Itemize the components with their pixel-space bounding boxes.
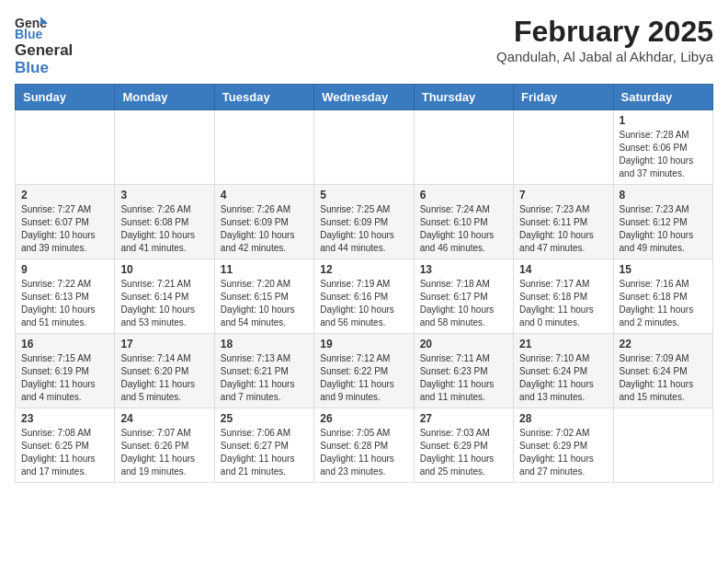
day-info: Sunrise: 7:02 AM Sunset: 6:29 PM Dayligh… — [519, 427, 607, 478]
calendar-week-1: 1Sunrise: 7:28 AM Sunset: 6:06 PM Daylig… — [16, 110, 713, 185]
day-info: Sunrise: 7:23 AM Sunset: 6:11 PM Dayligh… — [519, 203, 607, 255]
day-number: 12 — [320, 263, 407, 276]
calendar-week-3: 9Sunrise: 7:22 AM Sunset: 6:13 PM Daylig… — [16, 259, 713, 334]
day-info: Sunrise: 7:11 AM Sunset: 6:23 PM Dayligh… — [420, 352, 507, 404]
calendar-cell: 17Sunrise: 7:14 AM Sunset: 6:20 PM Dayli… — [115, 334, 214, 408]
calendar-cell: 22Sunrise: 7:09 AM Sunset: 6:24 PM Dayli… — [613, 334, 712, 408]
day-number: 26 — [320, 412, 407, 425]
svg-text:Blue: Blue — [15, 27, 43, 40]
day-number: 21 — [519, 338, 607, 350]
day-info: Sunrise: 7:24 AM Sunset: 6:10 PM Dayligh… — [420, 203, 507, 255]
calendar-week-4: 16Sunrise: 7:15 AM Sunset: 6:19 PM Dayli… — [16, 334, 713, 408]
day-info: Sunrise: 7:03 AM Sunset: 6:29 PM Dayligh… — [420, 427, 507, 478]
day-number: 14 — [519, 263, 607, 276]
day-number: 3 — [120, 189, 208, 201]
day-info: Sunrise: 7:19 AM Sunset: 6:16 PM Dayligh… — [320, 278, 407, 329]
day-number: 28 — [519, 412, 607, 425]
day-number: 24 — [120, 412, 208, 425]
day-header-tuesday: Tuesday — [214, 85, 313, 110]
logo-icon: General Blue — [15, 15, 48, 40]
day-number: 23 — [21, 412, 108, 425]
day-number: 5 — [320, 189, 407, 201]
logo: General Blue General Blue — [15, 15, 73, 76]
day-info: Sunrise: 7:23 AM Sunset: 6:12 PM Dayligh… — [620, 203, 707, 255]
day-number: 20 — [420, 338, 507, 350]
day-number: 2 — [21, 189, 108, 201]
calendar-cell: 2Sunrise: 7:27 AM Sunset: 6:07 PM Daylig… — [16, 185, 115, 259]
calendar-cell: 25Sunrise: 7:06 AM Sunset: 6:27 PM Dayli… — [214, 408, 313, 483]
day-number: 8 — [620, 189, 707, 201]
calendar-cell: 3Sunrise: 7:26 AM Sunset: 6:08 PM Daylig… — [115, 185, 214, 259]
day-number: 25 — [221, 412, 308, 425]
day-info: Sunrise: 7:09 AM Sunset: 6:24 PM Dayligh… — [620, 352, 707, 404]
calendar-cell: 10Sunrise: 7:21 AM Sunset: 6:14 PM Dayli… — [115, 259, 214, 334]
calendar-cell: 19Sunrise: 7:12 AM Sunset: 6:22 PM Dayli… — [314, 334, 414, 408]
day-info: Sunrise: 7:15 AM Sunset: 6:19 PM Dayligh… — [21, 352, 108, 404]
day-number: 15 — [620, 263, 707, 276]
day-info: Sunrise: 7:10 AM Sunset: 6:24 PM Dayligh… — [519, 352, 607, 404]
calendar-cell: 9Sunrise: 7:22 AM Sunset: 6:13 PM Daylig… — [16, 259, 115, 334]
calendar-cell: 13Sunrise: 7:18 AM Sunset: 6:17 PM Dayli… — [414, 259, 513, 334]
calendar-week-5: 23Sunrise: 7:08 AM Sunset: 6:25 PM Dayli… — [16, 408, 713, 483]
day-info: Sunrise: 7:21 AM Sunset: 6:14 PM Dayligh… — [120, 278, 208, 329]
day-info: Sunrise: 7:22 AM Sunset: 6:13 PM Dayligh… — [21, 278, 108, 329]
day-number: 11 — [221, 263, 308, 276]
day-number: 13 — [420, 263, 507, 276]
calendar-cell: 5Sunrise: 7:25 AM Sunset: 6:09 PM Daylig… — [314, 185, 414, 259]
calendar-cell: 24Sunrise: 7:07 AM Sunset: 6:26 PM Dayli… — [115, 408, 214, 483]
day-info: Sunrise: 7:05 AM Sunset: 6:28 PM Dayligh… — [320, 427, 407, 478]
calendar-cell: 15Sunrise: 7:16 AM Sunset: 6:18 PM Dayli… — [613, 259, 712, 334]
calendar-cell — [115, 110, 214, 185]
calendar-cell: 20Sunrise: 7:11 AM Sunset: 6:23 PM Dayli… — [414, 334, 513, 408]
day-number: 17 — [120, 338, 208, 350]
header-row: SundayMondayTuesdayWednesdayThursdayFrid… — [16, 85, 713, 110]
logo-general: General — [15, 42, 73, 60]
day-number: 1 — [620, 114, 707, 127]
calendar-cell: 26Sunrise: 7:05 AM Sunset: 6:28 PM Dayli… — [314, 408, 414, 483]
day-number: 16 — [21, 338, 108, 350]
calendar-cell: 12Sunrise: 7:19 AM Sunset: 6:16 PM Dayli… — [314, 259, 414, 334]
calendar-cell: 28Sunrise: 7:02 AM Sunset: 6:29 PM Dayli… — [514, 408, 613, 483]
day-info: Sunrise: 7:25 AM Sunset: 6:09 PM Dayligh… — [320, 203, 407, 255]
day-info: Sunrise: 7:13 AM Sunset: 6:21 PM Dayligh… — [221, 352, 308, 404]
calendar-cell — [16, 110, 115, 185]
day-info: Sunrise: 7:14 AM Sunset: 6:20 PM Dayligh… — [120, 352, 208, 404]
day-info: Sunrise: 7:20 AM Sunset: 6:15 PM Dayligh… — [221, 278, 308, 329]
calendar-title: February 2025 — [496, 15, 713, 49]
day-number: 4 — [221, 189, 308, 201]
day-info: Sunrise: 7:08 AM Sunset: 6:25 PM Dayligh… — [21, 427, 108, 478]
calendar-cell: 14Sunrise: 7:17 AM Sunset: 6:18 PM Dayli… — [514, 259, 613, 334]
day-header-sunday: Sunday — [16, 85, 115, 110]
calendar-cell: 1Sunrise: 7:28 AM Sunset: 6:06 PM Daylig… — [613, 110, 712, 185]
day-info: Sunrise: 7:07 AM Sunset: 6:26 PM Dayligh… — [120, 427, 208, 478]
day-info: Sunrise: 7:26 AM Sunset: 6:09 PM Dayligh… — [221, 203, 308, 255]
calendar-cell — [514, 110, 613, 185]
day-header-saturday: Saturday — [613, 85, 712, 110]
day-number: 22 — [620, 338, 707, 350]
calendar-cell — [214, 110, 313, 185]
day-info: Sunrise: 7:28 AM Sunset: 6:06 PM Dayligh… — [620, 129, 707, 180]
day-number: 19 — [320, 338, 407, 350]
logo-blue: Blue — [15, 60, 73, 77]
calendar-cell: 27Sunrise: 7:03 AM Sunset: 6:29 PM Dayli… — [414, 408, 513, 483]
day-number: 6 — [420, 189, 507, 201]
calendar-cell — [414, 110, 513, 185]
calendar-cell: 18Sunrise: 7:13 AM Sunset: 6:21 PM Dayli… — [214, 334, 313, 408]
header: General Blue General Blue February 2025 … — [15, 15, 713, 76]
calendar-cell — [314, 110, 414, 185]
day-info: Sunrise: 7:17 AM Sunset: 6:18 PM Dayligh… — [519, 278, 607, 329]
day-header-friday: Friday — [514, 85, 613, 110]
day-info: Sunrise: 7:26 AM Sunset: 6:08 PM Dayligh… — [120, 203, 208, 255]
calendar-subtitle: Qandulah, Al Jabal al Akhdar, Libya — [496, 49, 713, 64]
day-info: Sunrise: 7:06 AM Sunset: 6:27 PM Dayligh… — [221, 427, 308, 478]
calendar-cell — [613, 408, 712, 483]
day-header-thursday: Thursday — [414, 85, 513, 110]
calendar-cell: 8Sunrise: 7:23 AM Sunset: 6:12 PM Daylig… — [613, 185, 712, 259]
calendar-cell: 21Sunrise: 7:10 AM Sunset: 6:24 PM Dayli… — [514, 334, 613, 408]
calendar-cell: 6Sunrise: 7:24 AM Sunset: 6:10 PM Daylig… — [414, 185, 513, 259]
day-info: Sunrise: 7:18 AM Sunset: 6:17 PM Dayligh… — [420, 278, 507, 329]
day-info: Sunrise: 7:27 AM Sunset: 6:07 PM Dayligh… — [21, 203, 108, 255]
day-number: 18 — [221, 338, 308, 350]
calendar-cell: 11Sunrise: 7:20 AM Sunset: 6:15 PM Dayli… — [214, 259, 313, 334]
calendar-cell: 23Sunrise: 7:08 AM Sunset: 6:25 PM Dayli… — [16, 408, 115, 483]
